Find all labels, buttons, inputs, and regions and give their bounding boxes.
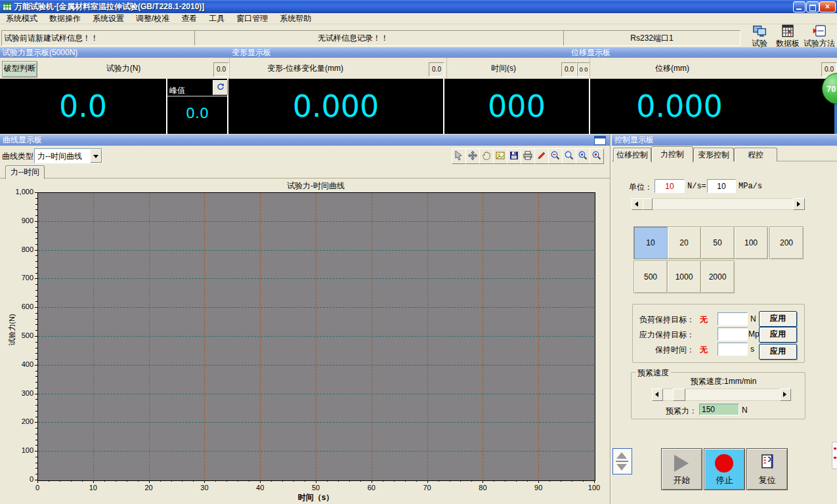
y-tick-label: 200: [5, 417, 33, 425]
y-minor-tick: [35, 330, 37, 331]
tool-button-method[interactable]: 试验方法: [802, 24, 836, 49]
graph-image-tool-button[interactable]: [493, 148, 507, 164]
menu-item-4[interactable]: 查看: [175, 12, 203, 25]
x-tick-mark: [204, 480, 205, 483]
y-tick-mark: [35, 336, 37, 337]
speed-option-20[interactable]: 20: [667, 226, 701, 259]
preload-force-input[interactable]: [699, 404, 739, 415]
y-minor-tick: [35, 376, 37, 377]
hold-time-apply-button[interactable]: 应用: [759, 344, 797, 360]
jog-updown-button[interactable]: [612, 448, 632, 474]
y-tick-mark: [35, 278, 37, 279]
port-status: Rs232端口1: [563, 30, 740, 46]
pointer-icon: [454, 150, 464, 161]
annotate-pencil-tool-button[interactable]: [534, 148, 549, 164]
preload-scrollbar-left-button[interactable]: [652, 388, 663, 401]
magnifier-tool-button[interactable]: [562, 148, 576, 164]
y-minor-tick: [35, 371, 37, 371]
x-minor-tick: [405, 480, 406, 482]
pointer-tool-button[interactable]: [452, 148, 466, 164]
speed-option-50[interactable]: 50: [700, 226, 735, 259]
y-tick-label: 800: [5, 245, 33, 253]
x-minor-tick: [583, 480, 584, 482]
control-panel-header: 控制显示板: [612, 135, 837, 146]
hold-time-input[interactable]: [718, 343, 748, 356]
load-hold-input[interactable]: [718, 312, 748, 326]
rate-scrollbar-right-button[interactable]: [793, 198, 805, 210]
pan-hand-tool-button[interactable]: [479, 148, 494, 164]
rate-scrollbar-track[interactable]: [642, 198, 794, 210]
move-tool-button[interactable]: [465, 148, 480, 164]
tab-deform-control[interactable]: 变形控制: [693, 148, 734, 161]
menu-item-1[interactable]: 数据操作: [43, 12, 87, 25]
x-tick-mark: [538, 480, 539, 483]
y-minor-tick: [35, 324, 37, 325]
save-tool-button[interactable]: [507, 148, 521, 164]
deform-aux-value: 0.0: [429, 62, 444, 77]
start-button[interactable]: 开始: [661, 448, 702, 490]
v-gridline: [260, 193, 261, 479]
x-minor-tick: [82, 480, 83, 482]
tool-button-databoard[interactable]: 数据板: [773, 24, 802, 49]
curve-type-dropdown[interactable]: 力--时间曲线: [34, 148, 102, 163]
restore-button[interactable]: [806, 1, 819, 12]
rate-scrollbar-thumb[interactable]: [643, 198, 653, 210]
reset-button[interactable]: 复位: [746, 448, 788, 490]
zoom-page-tool-button[interactable]: [576, 148, 590, 164]
menu-item-5[interactable]: 工具: [203, 12, 230, 25]
menu-item-2[interactable]: 系统设置: [87, 12, 130, 25]
pan-hand-icon: [481, 150, 492, 161]
dropdown-arrow-icon[interactable]: [90, 149, 102, 163]
speed-option-100[interactable]: 100: [734, 226, 768, 259]
speed-option-10[interactable]: 10: [633, 226, 668, 259]
menu-item-0[interactable]: 系统模式: [0, 12, 43, 25]
maximize-panel-icon[interactable]: [594, 136, 606, 145]
preload-force-label: 预紧力：: [656, 406, 697, 417]
stress-rate-input[interactable]: [707, 179, 736, 193]
stop-button[interactable]: 停止: [704, 448, 745, 490]
tab-displacement-control[interactable]: 位移控制: [613, 148, 651, 161]
speed-option-1000[interactable]: 1000: [667, 261, 701, 293]
speed-option-200[interactable]: 200: [769, 226, 804, 259]
zoom-reset-tool-button[interactable]: [590, 148, 604, 164]
zoom-page-icon: [578, 150, 588, 161]
x-minor-tick: [494, 480, 494, 482]
x-minor-tick: [282, 480, 283, 482]
menu-item-7[interactable]: 系统帮助: [274, 12, 317, 25]
speed-option-500[interactable]: 500: [633, 261, 668, 293]
stress-hold-apply-button[interactable]: 应用: [759, 327, 797, 343]
x-tick-mark: [427, 480, 428, 483]
load-hold-apply-button[interactable]: 应用: [759, 311, 797, 327]
displacement-panel-header: 位移显示板: [448, 47, 837, 58]
break-judge-button[interactable]: 破型判断: [2, 61, 37, 77]
menu-item-6[interactable]: 窗口管理: [230, 12, 274, 25]
speed-option-2000[interactable]: 2000: [700, 261, 735, 293]
zoom-out-tool-button[interactable]: [548, 148, 563, 164]
x-tick-mark: [260, 480, 261, 483]
y-tick-label: 600: [5, 303, 33, 310]
annotate-pencil-icon: [536, 150, 547, 161]
curve-tab-force-time[interactable]: 力--时间: [5, 165, 45, 179]
y-tick-mark: [35, 365, 37, 366]
x-minor-tick: [160, 480, 161, 482]
y-tick-mark: [35, 422, 37, 423]
x-tick-mark: [594, 480, 595, 483]
menu-item-3[interactable]: 调整/校准: [130, 12, 175, 25]
rate-scrollbar-left-button[interactable]: [632, 198, 643, 210]
print-tool-button[interactable]: [521, 148, 535, 164]
x-tick-label: 20: [136, 484, 162, 492]
force-rate-input[interactable]: [655, 179, 685, 193]
y-minor-tick: [35, 244, 37, 245]
preload-scrollbar-right-button[interactable]: [780, 388, 791, 401]
y-minor-tick: [35, 382, 37, 383]
preload-scrollbar-thumb[interactable]: [673, 388, 685, 401]
tab-program-control[interactable]: 程控: [734, 148, 777, 161]
minimize-button[interactable]: [793, 1, 805, 12]
peak-refresh-button[interactable]: [213, 80, 228, 95]
close-button[interactable]: ×: [819, 1, 836, 12]
stress-hold-input[interactable]: [718, 327, 748, 341]
tab-force-control[interactable]: 力控制: [651, 146, 693, 163]
tool-button-test[interactable]: 试验: [747, 24, 772, 49]
play-icon: [674, 455, 689, 472]
y-tick-label: 300: [5, 389, 33, 397]
